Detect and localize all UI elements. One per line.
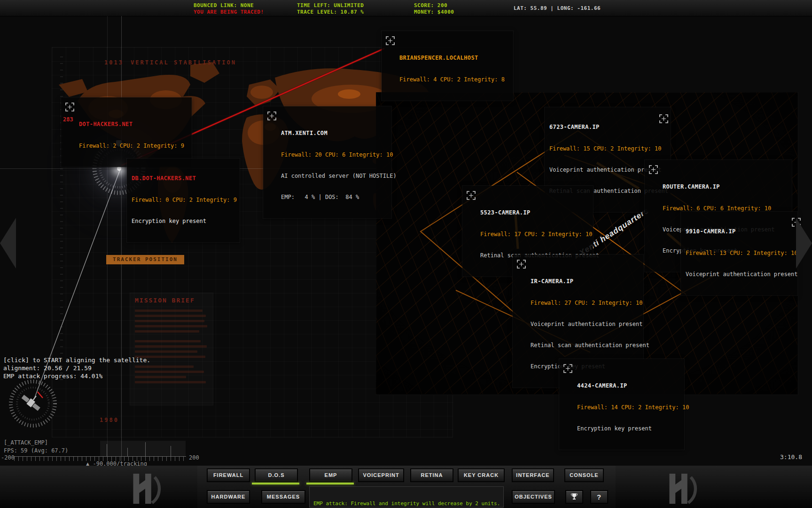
trophy-icon: [570, 493, 578, 500]
node-stats: Firewall: 4 CPU: 2 Integrity: 8: [399, 76, 508, 83]
firewall-button[interactable]: FIREWALL: [207, 469, 250, 482]
node-tooltip-4424-camera[interactable]: 4424-CAMERA.IP Firewall: 14 CPU: 2 Integ…: [559, 359, 684, 450]
emp-button[interactable]: EMP: [310, 469, 352, 482]
emp-active-indicator: [306, 483, 354, 484]
satellite-status-block[interactable]: [click] to START aligning the satellite.…: [3, 356, 150, 380]
satellite-click-hint[interactable]: [click] to START aligning the satellite.: [3, 356, 150, 364]
achievements-button[interactable]: [566, 491, 583, 503]
node-title: DB.DOT-HACKERS.NET: [132, 175, 235, 182]
target-icon[interactable]: [659, 114, 669, 124]
node-title: BRIANSPENCER.LOCALHOST: [399, 55, 508, 62]
node-stats: Firewall: 2 CPU: 2 Integrity: 9: [79, 143, 187, 150]
node-stats: Firewall: 6 CPU: 6 Integrity: 10: [663, 205, 787, 212]
emp-progress: EMP attack progress: 44.01%: [3, 372, 150, 380]
node-title: 9910-CAMERA.IP: [686, 228, 793, 235]
node-info: AI controlled server (NOT HOSTILE): [281, 173, 387, 180]
target-icon[interactable]: [65, 102, 75, 112]
voiceprint-button[interactable]: VOICEPRINT: [359, 469, 404, 482]
mission-clock: 3:10.8: [780, 453, 802, 460]
node-stats: Firewall: 0 CPU: 2 Integrity: 9: [132, 197, 235, 204]
messages-button[interactable]: MESSAGES: [262, 491, 305, 503]
node-progress: EMP: 4 % | DOS: 84 %: [281, 194, 387, 201]
node-title: IR-CAMERA.IP: [531, 278, 639, 285]
help-button[interactable]: ?: [591, 491, 608, 503]
game-screen: Bounced link: none You are being traced!…: [0, 0, 812, 508]
node-stats: Firewall: 14 CPU: 2 Integrity: 10: [577, 404, 679, 411]
console-message: EMP attack: Firewall and integrity will …: [313, 500, 500, 507]
node-stats: Firewall: 15 CPU: 2 Integrity: 10: [549, 145, 666, 152]
dos-active-indicator: [252, 483, 299, 484]
node-title: 4424-CAMERA.IP: [577, 382, 679, 389]
satellite-icon: [21, 389, 45, 412]
target-icon[interactable]: [385, 36, 395, 46]
node-stats: Firewall: 27 CPU: 2 Integrity: 10: [531, 300, 639, 307]
node-tooltip-9910-camera[interactable]: 9910-CAMERA.IP Firewall: 13 CPU: 2 Integ…: [681, 212, 797, 295]
satellite-alignment: alignment: 20.56 / 21.59: [3, 364, 150, 372]
node-tooltip-atm-xenti[interactable]: ATM.XENTI.COM Firewall: 20 CPU: 6 Integr…: [263, 106, 391, 218]
node-title: ROUTER.CAMERA.IP: [663, 183, 787, 190]
node-extra: Voiceprint authentication present: [531, 321, 639, 328]
hacker-evolution-logo-left: [119, 469, 172, 508]
hardware-button[interactable]: HARDWARE: [207, 491, 250, 503]
node-tooltip-db-dot-hackers[interactable]: DB.DOT-HACKERS.NET Firewall: 0 CPU: 2 In…: [127, 159, 240, 242]
key-crack-button[interactable]: KEY CRACK: [458, 469, 504, 482]
node-trace-badge: 283: [63, 116, 73, 123]
node-stats: Firewall: 17 CPU: 2 Integrity: 10: [480, 231, 588, 238]
node-title: ATM.XENTI.COM: [281, 130, 387, 137]
target-icon[interactable]: [563, 364, 573, 373]
scroll-right-arrow[interactable]: [796, 218, 812, 269]
node-title: 6723-CAMERA.IP: [549, 124, 666, 131]
target-icon[interactable]: [516, 259, 526, 269]
target-icon[interactable]: [267, 111, 277, 121]
retina-button[interactable]: RETINA: [411, 469, 453, 482]
node-extra: Retinal scan authentication present: [531, 342, 639, 349]
node-extra: Encryption key present: [577, 425, 679, 432]
message-console[interactable]: EMP attack: Firewall and integrity will …: [309, 486, 504, 508]
ruler-max-label: 200: [189, 454, 199, 461]
active-node-glow[interactable]: [117, 167, 121, 171]
hacker-evolution-logo-right: [655, 469, 708, 508]
node-tooltip-dot-hackers[interactable]: DOT-HACKERS.NET Firewall: 2 CPU: 2 Integ…: [61, 97, 192, 167]
satellite-alignment-dial[interactable]: [4, 374, 62, 433]
target-icon[interactable]: [466, 190, 476, 200]
node-title: 5523-CAMERA.IP: [480, 209, 588, 216]
node-tooltip-brianspencer[interactable]: BRIANSPENCER.LOCALHOST Firewall: 4 CPU: …: [382, 31, 513, 101]
dos-button[interactable]: D.O.S: [255, 469, 297, 482]
scroll-left-arrow[interactable]: [0, 218, 16, 269]
node-extra: Voiceprint authentication present: [686, 271, 793, 278]
interface-button[interactable]: INTERFACE: [512, 469, 554, 482]
node-stats: Firewall: 20 CPU: 6 Integrity: 10: [281, 151, 387, 159]
objectives-button[interactable]: OBJECTIVES: [512, 491, 554, 503]
fps-histogram: [100, 441, 186, 456]
console-button[interactable]: CONSOLE: [565, 469, 603, 482]
fps-label: FPS: 59 (Avg: 67.7): [4, 447, 68, 454]
ruler-min-label: -200: [1, 454, 15, 461]
node-title: DOT-HACKERS.NET: [79, 121, 187, 128]
attack-mode-label: [_ATTACK_EMP]: [4, 439, 48, 446]
target-icon[interactable]: [648, 165, 658, 175]
node-stats: Firewall: 13 CPU: 2 Integrity: 10: [686, 250, 793, 257]
node-extra: Encryption key present: [132, 218, 235, 225]
